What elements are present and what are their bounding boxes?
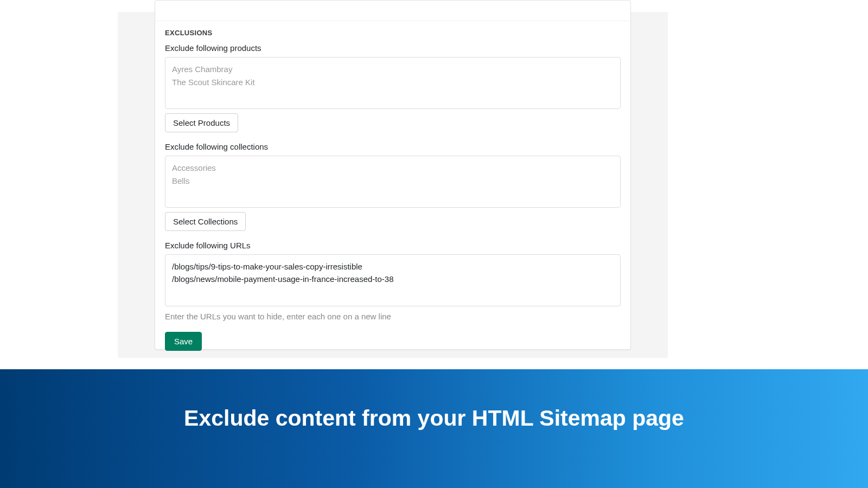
select-products-button[interactable]: Select Products xyxy=(165,113,238,132)
exclusions-card: EXCLUSIONS Exclude following products Ay… xyxy=(155,0,631,350)
list-item: The Scout Skincare Kit xyxy=(172,76,614,89)
urls-help-text: Enter the URLs you want to hide, enter e… xyxy=(165,312,621,321)
list-item: Bells xyxy=(172,175,614,188)
promo-banner: Exclude content from your HTML Sitemap p… xyxy=(0,369,868,488)
section-title: EXCLUSIONS xyxy=(165,29,621,37)
collections-box: Accessories Bells xyxy=(165,156,621,208)
list-item: Ayres Chambray xyxy=(172,63,614,76)
urls-textarea[interactable] xyxy=(165,254,621,306)
select-collections-button[interactable]: Select Collections xyxy=(165,212,246,231)
products-box: Ayres Chambray The Scout Skincare Kit xyxy=(165,57,621,109)
app-backdrop: EXCLUSIONS Exclude following products Ay… xyxy=(118,12,668,358)
collections-label: Exclude following collections xyxy=(165,142,621,151)
card-header-divider xyxy=(155,1,630,21)
save-button[interactable]: Save xyxy=(165,332,202,351)
urls-label: Exclude following URLs xyxy=(165,241,621,250)
products-label: Exclude following products xyxy=(165,43,621,53)
banner-text: Exclude content from your HTML Sitemap p… xyxy=(184,406,684,431)
list-item: Accessories xyxy=(172,162,614,175)
